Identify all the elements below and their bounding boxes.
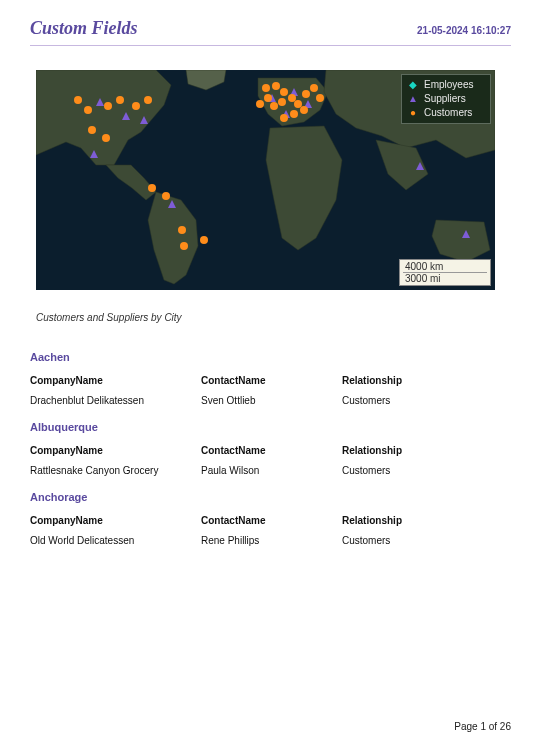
cell-company: Rattlesnake Canyon Grocery	[30, 465, 201, 477]
svg-point-25	[262, 84, 270, 92]
cell-relationship: Customers	[342, 465, 511, 477]
svg-point-13	[84, 106, 92, 114]
svg-point-32	[302, 90, 310, 98]
cell-contact: Rene Phillips	[201, 535, 342, 547]
column-headers: CompanyName ContactName Relationship	[30, 515, 511, 526]
triangle-icon: ▲	[408, 92, 418, 106]
scale-mi: 3000 mi	[403, 273, 487, 284]
col-contact: ContactName	[201, 515, 342, 526]
map-scale: 4000 km 3000 mi	[399, 259, 491, 286]
col-relationship: Relationship	[342, 375, 511, 386]
col-contact: ContactName	[201, 445, 342, 456]
column-headers: CompanyName ContactName Relationship	[30, 375, 511, 386]
svg-point-29	[278, 98, 286, 106]
city-heading: Anchorage	[30, 491, 511, 503]
svg-point-23	[180, 242, 188, 250]
page-title: Custom Fields	[30, 18, 138, 39]
svg-point-38	[264, 94, 272, 102]
report-header: Custom Fields 21-05-2024 16:10:27	[30, 18, 511, 46]
cell-contact: Sven Ottlieb	[201, 395, 342, 407]
svg-point-15	[116, 96, 124, 104]
city-heading: Aachen	[30, 351, 511, 363]
svg-point-27	[280, 88, 288, 96]
svg-point-19	[88, 126, 96, 134]
svg-point-12	[74, 96, 82, 104]
city-section: Aachen CompanyName ContactName Relations…	[30, 351, 511, 407]
map-container: ◆ Employees ▲ Suppliers ● Customers 4000…	[30, 64, 511, 323]
legend-suppliers-label: Suppliers	[424, 92, 466, 106]
world-map: ◆ Employees ▲ Suppliers ● Customers 4000…	[36, 70, 495, 290]
svg-point-28	[288, 94, 296, 102]
table-row: Drachenblut Delikatessen Sven Ottlieb Cu…	[30, 395, 511, 407]
table-row: Rattlesnake Canyon Grocery Paula Wilson …	[30, 465, 511, 477]
svg-point-22	[178, 226, 186, 234]
cell-company: Drachenblut Delikatessen	[30, 395, 201, 407]
svg-point-39	[256, 100, 264, 108]
svg-point-26	[272, 82, 280, 90]
svg-point-37	[280, 114, 288, 122]
map-caption: Customers and Suppliers by City	[36, 312, 505, 323]
svg-point-35	[300, 106, 308, 114]
svg-point-33	[310, 84, 318, 92]
cell-relationship: Customers	[342, 535, 511, 547]
legend-customers: ● Customers	[408, 106, 484, 120]
cell-contact: Paula Wilson	[201, 465, 342, 477]
svg-point-21	[162, 192, 170, 200]
svg-point-34	[316, 94, 324, 102]
col-company: CompanyName	[30, 515, 201, 526]
col-relationship: Relationship	[342, 515, 511, 526]
col-relationship: Relationship	[342, 445, 511, 456]
svg-point-20	[148, 184, 156, 192]
diamond-icon: ◆	[408, 78, 418, 92]
scale-km: 4000 km	[403, 261, 487, 273]
col-company: CompanyName	[30, 445, 201, 456]
svg-point-31	[294, 100, 302, 108]
svg-point-18	[102, 134, 110, 142]
svg-point-14	[104, 102, 112, 110]
map-legend: ◆ Employees ▲ Suppliers ● Customers	[401, 74, 491, 124]
circle-icon: ●	[408, 106, 418, 120]
page-footer: Page 1 of 26	[454, 721, 511, 732]
svg-point-17	[144, 96, 152, 104]
city-section: Albuquerque CompanyName ContactName Rela…	[30, 421, 511, 477]
svg-point-24	[200, 236, 208, 244]
svg-point-16	[132, 102, 140, 110]
svg-point-30	[270, 102, 278, 110]
column-headers: CompanyName ContactName Relationship	[30, 445, 511, 456]
cell-company: Old World Delicatessen	[30, 535, 201, 547]
cell-relationship: Customers	[342, 395, 511, 407]
legend-employees-label: Employees	[424, 78, 473, 92]
col-contact: ContactName	[201, 375, 342, 386]
table-row: Old World Delicatessen Rene Phillips Cus…	[30, 535, 511, 547]
svg-point-36	[290, 110, 298, 118]
report-timestamp: 21-05-2024 16:10:27	[417, 25, 511, 36]
city-heading: Albuquerque	[30, 421, 511, 433]
legend-suppliers: ▲ Suppliers	[408, 92, 484, 106]
col-company: CompanyName	[30, 375, 201, 386]
legend-employees: ◆ Employees	[408, 78, 484, 92]
city-section: Anchorage CompanyName ContactName Relati…	[30, 491, 511, 547]
legend-customers-label: Customers	[424, 106, 472, 120]
